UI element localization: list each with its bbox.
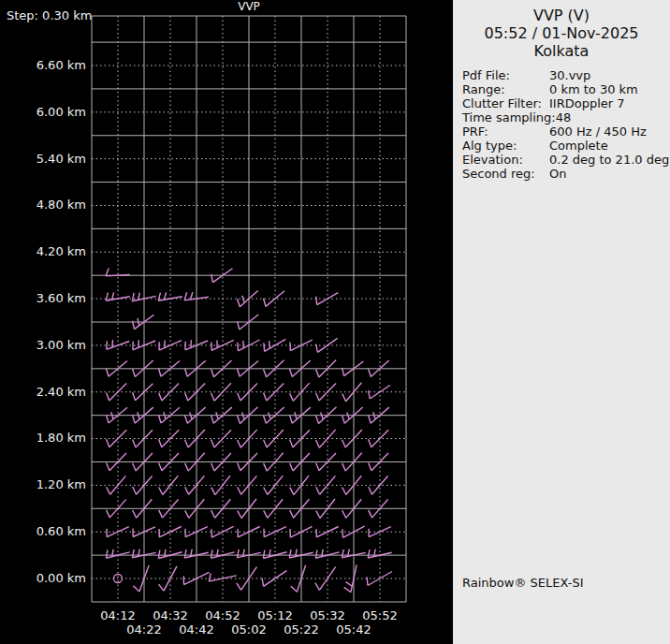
x-tick-label: 04:22 (122, 622, 167, 637)
y-tick-label: 0.00 km (0, 571, 86, 585)
wind-barb (368, 549, 391, 558)
info-row-pdf-file: Pdf File:30.vvp (462, 68, 670, 82)
x-tick-label: 05:22 (279, 622, 324, 637)
field-value: 48 (556, 110, 572, 124)
info-fields: Pdf File:30.vvp Range:0 km to 30 km Clut… (453, 68, 670, 181)
wind-barb (344, 564, 357, 592)
info-row-elevation: Elevation:0.2 deg to 21.0 deg (462, 153, 670, 167)
field-value: IIRDoppler 7 (549, 96, 625, 110)
y-tick-label: 6.60 km (0, 58, 86, 72)
field-label: Second reg: (462, 167, 549, 181)
y-tick-label: 1.20 km (0, 477, 86, 491)
field-label: Pdf File: (462, 68, 549, 82)
product-datetime: 05:52 / 01-Nov-2025 (453, 24, 670, 42)
field-label: Alg type: (462, 139, 549, 153)
y-tick-label: 3.60 km (0, 291, 86, 305)
y-tick-label: 5.40 km (0, 152, 86, 166)
step-label: Step: 0.30 km (7, 8, 92, 22)
y-tick-label: 0.60 km (0, 524, 86, 538)
info-row-second-reg: Second reg:On (462, 167, 670, 181)
vendor-branding: Rainbow® SELEX-SI (462, 576, 584, 590)
wind-barb (263, 549, 286, 559)
x-tick-label: 04:32 (148, 608, 193, 622)
field-label: Range: (462, 82, 549, 96)
field-label: Time sampling: (462, 110, 556, 124)
field-value: 0.2 deg to 21.0 deg (549, 153, 669, 167)
info-row-prf: PRF:600 Hz / 450 Hz (462, 124, 670, 139)
info-header: VVP (V) 05:52 / 01-Nov-2025 Kolkata (453, 0, 670, 60)
field-label: Clutter Filter: (462, 96, 549, 110)
x-tick-label: 04:12 (95, 608, 140, 622)
field-value: 30.vvp (549, 68, 590, 82)
wind-barb (211, 549, 234, 558)
y-tick-label: 6.00 km (0, 105, 86, 119)
field-value: On (549, 167, 566, 181)
chart-panel: VVP Step: 0.30 km 6.60 km 6.00 km 5.40 k… (0, 0, 453, 644)
x-tick-label: 05:52 (357, 608, 402, 622)
info-row-range: Range:0 km to 30 km (462, 82, 670, 96)
x-tick-label: 04:42 (174, 622, 219, 637)
field-value: Complete (549, 139, 608, 153)
y-tick-label: 1.80 km (0, 431, 86, 445)
field-label: PRF: (462, 124, 549, 139)
wind-barb (158, 549, 182, 559)
wind-barb (106, 549, 129, 558)
field-value: 0 km to 30 km (549, 82, 638, 96)
product-title: VVP (V) (453, 7, 670, 24)
wind-barb (315, 549, 339, 558)
x-tick-label: 05:32 (305, 608, 350, 622)
info-row-time-sampling: Time sampling:48 (462, 110, 670, 124)
y-tick-label: 2.40 km (0, 385, 86, 399)
x-tick-label: 05:42 (331, 622, 376, 637)
y-tick-label: 4.80 km (0, 198, 86, 212)
wind-profile-chart (0, 0, 453, 644)
chart-title: VVP (92, 0, 406, 13)
y-tick-label: 3.00 km (0, 338, 86, 352)
wind-barb (159, 527, 182, 537)
field-value: 600 Hz / 450 Hz (549, 124, 647, 139)
x-tick-label: 05:02 (226, 622, 271, 637)
wind-barb (264, 527, 286, 537)
field-label: Elevation: (462, 153, 549, 167)
info-panel: VVP (V) 05:52 / 01-Nov-2025 Kolkata Pdf … (453, 0, 670, 644)
info-row-alg-type: Alg type:Complete (462, 139, 670, 153)
x-tick-label: 05:12 (253, 608, 298, 622)
y-tick-label: 4.20 km (0, 244, 86, 258)
info-row-clutter-filter: Clutter Filter:IIRDoppler 7 (462, 96, 670, 110)
vvp-application-window: VVP Step: 0.30 km 6.60 km 6.00 km 5.40 k… (0, 0, 670, 644)
x-tick-label: 04:52 (200, 608, 245, 622)
site-name: Kolkata (453, 42, 670, 60)
